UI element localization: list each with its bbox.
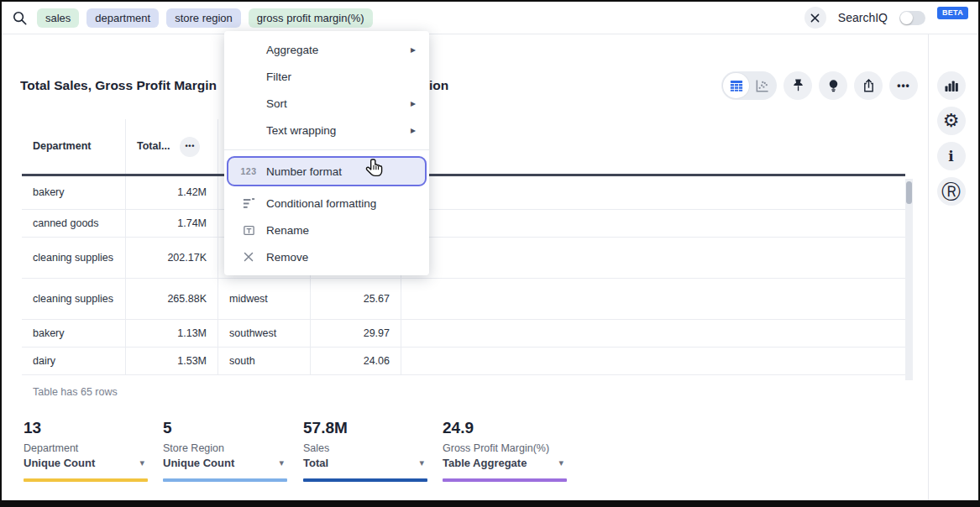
r-analysis-button[interactable]: Ⓡ bbox=[937, 177, 966, 206]
search-token-department[interactable]: department bbox=[86, 8, 159, 28]
summary-card-sales: 57.8M Sales Total ▾ bbox=[303, 419, 427, 484]
column-header-total-sales[interactable]: Total... ••• bbox=[126, 119, 218, 174]
cell-margin: 25.67 bbox=[311, 279, 401, 319]
menu-item-number-format-highlight: 123 Number format bbox=[227, 156, 427, 186]
menu-item-label: Aggregate bbox=[266, 44, 318, 56]
search-token-store-region[interactable]: store region bbox=[166, 8, 241, 28]
answer-toolbar: ••• bbox=[721, 71, 918, 100]
table-row: dairy 1.53M south 24.06 bbox=[22, 348, 905, 375]
summary-card-gross-profit-margin: 24.9 Gross Profit Margin(%) Table Aggreg… bbox=[443, 419, 567, 484]
more-options-button[interactable]: ••• bbox=[889, 71, 918, 100]
share-icon bbox=[862, 78, 876, 93]
info-icon: i bbox=[948, 148, 953, 165]
summary-card-department: 13 Department Unique Count ▾ bbox=[24, 419, 148, 484]
page-title: Total Sales, Gross Profit Margin bbox=[20, 78, 217, 93]
searchiq-toggle[interactable] bbox=[899, 11, 925, 25]
menu-item-label: Number format bbox=[266, 165, 342, 178]
summary-underline bbox=[24, 478, 148, 482]
menu-item-label: Conditional formatting bbox=[266, 197, 376, 210]
column-header-label: Total... bbox=[137, 139, 170, 153]
ellipsis-icon: ••• bbox=[897, 80, 910, 91]
chart-panel-button[interactable] bbox=[937, 71, 966, 100]
menu-item-label: Text wrapping bbox=[266, 124, 336, 137]
menu-item-remove[interactable]: Remove bbox=[224, 243, 429, 270]
menu-item-conditional-formatting[interactable]: Conditional formatting bbox=[224, 190, 429, 217]
menu-item-label: Filter bbox=[266, 71, 291, 83]
summary-value: 5 bbox=[163, 419, 287, 437]
number-format-icon: 123 bbox=[239, 166, 258, 176]
conditional-formatting-icon bbox=[239, 197, 258, 210]
table-header-row: Department Total... ••• bbox=[22, 119, 905, 176]
insights-button[interactable] bbox=[819, 71, 847, 100]
right-sidebar: ⚙ i Ⓡ bbox=[928, 34, 973, 500]
cell-empty bbox=[401, 210, 905, 237]
summary-card-store-region: 5 Store Region Unique Count ▾ bbox=[163, 419, 287, 484]
cell-department: cleaning supplies bbox=[22, 279, 126, 319]
menu-item-filter[interactable]: Filter bbox=[224, 63, 429, 90]
table-view-button[interactable] bbox=[723, 73, 749, 98]
pin-button[interactable] bbox=[783, 71, 812, 100]
cell-empty bbox=[401, 238, 905, 278]
cell-margin: 29.97 bbox=[311, 320, 401, 347]
toggle-knob bbox=[900, 12, 913, 24]
summary-label: Department bbox=[24, 442, 148, 454]
cell-empty bbox=[401, 279, 905, 319]
bar-chart-icon bbox=[944, 78, 959, 93]
table-scrollbar-thumb[interactable] bbox=[906, 181, 912, 204]
aggregate-selector[interactable]: Table Aggregate ▾ bbox=[443, 457, 567, 469]
rename-icon bbox=[239, 224, 258, 237]
cell-total-sales: 1.42M bbox=[126, 176, 218, 209]
menu-item-rename[interactable]: Rename bbox=[224, 217, 429, 243]
gear-icon: ⚙ bbox=[943, 112, 960, 130]
column-header-department[interactable]: Department bbox=[22, 119, 126, 174]
column-header-empty bbox=[401, 119, 905, 174]
aggregate-selector[interactable]: Unique Count ▾ bbox=[163, 457, 287, 469]
aggregate-selector[interactable]: Unique Count ▾ bbox=[24, 457, 148, 469]
menu-item-label: Rename bbox=[266, 224, 309, 237]
search-token-gross-profit-margin[interactable]: gross profit margin(%) bbox=[249, 8, 373, 28]
info-button[interactable]: i bbox=[937, 142, 966, 170]
beta-badge: BETA bbox=[937, 7, 968, 19]
app-window: sales department store region gross prof… bbox=[0, 0, 980, 507]
cell-total-sales: 265.88K bbox=[126, 279, 218, 319]
summary-value: 24.9 bbox=[443, 419, 567, 437]
summary-underline bbox=[443, 478, 567, 482]
cell-store-region: midwest bbox=[218, 279, 311, 319]
menu-item-aggregate[interactable]: Aggregate ▸ bbox=[224, 36, 429, 63]
menu-item-label: Sort bbox=[266, 97, 287, 110]
menu-item-text-wrapping[interactable]: Text wrapping ▸ bbox=[224, 117, 429, 144]
summary-label: Sales bbox=[303, 442, 427, 454]
cell-department: bakery bbox=[22, 320, 126, 347]
remove-icon bbox=[239, 252, 258, 262]
menu-item-label: Remove bbox=[266, 251, 308, 264]
cell-department: cleaning supplies bbox=[22, 238, 126, 278]
aggregate-selector[interactable]: Total ▾ bbox=[303, 457, 427, 469]
menu-item-number-format[interactable]: 123 Number format bbox=[228, 158, 425, 185]
cell-department: bakery bbox=[22, 176, 126, 209]
cell-total-sales: 202.17K bbox=[126, 238, 218, 278]
table-icon bbox=[730, 79, 743, 92]
share-button[interactable] bbox=[854, 71, 883, 100]
column-menu-button[interactable]: ••• bbox=[180, 137, 200, 157]
summary-value: 57.8M bbox=[303, 419, 427, 437]
close-search-button[interactable] bbox=[804, 7, 826, 29]
summary-underline bbox=[163, 478, 287, 482]
chart-view-button[interactable] bbox=[749, 79, 775, 93]
cell-empty bbox=[401, 348, 905, 374]
search-token-sales[interactable]: sales bbox=[37, 8, 79, 28]
menu-item-sort[interactable]: Sort ▸ bbox=[224, 90, 429, 117]
settings-button[interactable]: ⚙ bbox=[937, 107, 966, 135]
table-row: bakery 1.42M bbox=[22, 176, 905, 210]
summary-underline bbox=[303, 478, 427, 482]
topbar-right-group: SearchIQ BETA bbox=[804, 7, 968, 29]
pin-icon bbox=[791, 78, 805, 94]
aggregate-label: Total bbox=[303, 457, 328, 469]
menu-separator bbox=[224, 149, 429, 150]
searchiq-label: SearchIQ bbox=[838, 11, 888, 24]
results-table: Department Total... ••• bakery 1.42M can… bbox=[22, 119, 905, 375]
table-row: cleaning supplies 265.88K midwest 25.67 bbox=[22, 279, 905, 320]
view-switcher bbox=[721, 71, 777, 100]
cell-total-sales: 1.53M bbox=[126, 348, 218, 374]
submenu-arrow-icon: ▸ bbox=[411, 97, 416, 109]
table-row: bakery 1.13M southwest 29.97 bbox=[22, 320, 905, 348]
